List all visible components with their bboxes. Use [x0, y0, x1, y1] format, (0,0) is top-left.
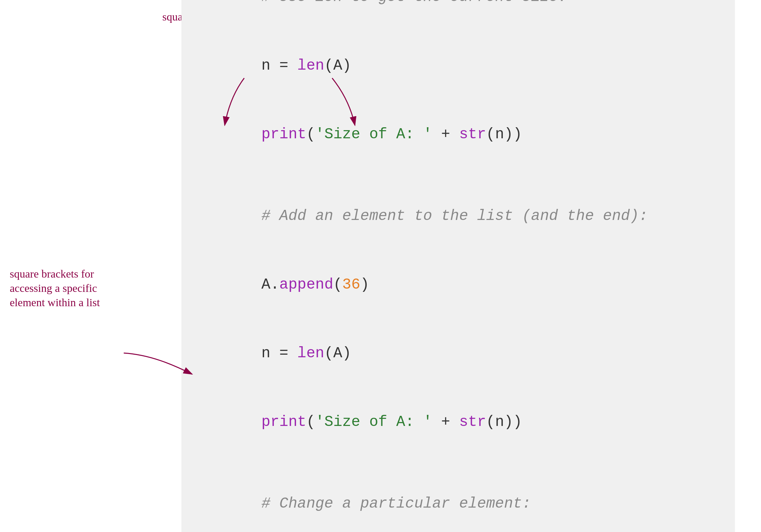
comment-3-text: # Change a particular element: [262, 495, 531, 512]
code-len-paren-2: (A) [324, 345, 351, 362]
annotation-left: square brackets for accessing a specific… [10, 267, 101, 310]
code-line-2: n = len(A) [207, 32, 709, 100]
code-str-1: str [459, 126, 486, 143]
spacer-3 [207, 457, 709, 470]
code-line-5: n = len(A) [207, 320, 709, 387]
code-append-method: append [279, 276, 333, 293]
code-comment-2: # Add an element to the list (and the en… [207, 183, 709, 250]
code-line-4: A.append(36) [207, 251, 709, 319]
code-n-assign: n = [262, 57, 297, 74]
code-str-2-paren: (n)) [486, 413, 522, 431]
code-append-close: ) [360, 276, 369, 293]
code-print-1: print [262, 126, 306, 143]
code-len-paren-1: (A) [324, 57, 351, 74]
code-plus-1: + [432, 126, 459, 143]
annotation-left-label: square brackets for accessing a specific… [10, 268, 100, 308]
code-len-1: len [297, 57, 324, 74]
code-panel: A = [1, 4, 9, 16, 25] # Use len to get t… [181, 0, 735, 532]
page-container: square brackets for defining a list with… [0, 0, 761, 532]
comment-2-text: # Add an element to the list (and the en… [262, 208, 648, 225]
code-str-1-paren: (n)) [486, 126, 522, 143]
code-print-2: print [262, 413, 306, 431]
code-append-paren: ( [333, 276, 343, 293]
code-print-1-paren: ( [306, 126, 316, 143]
code-print-2-paren: ( [306, 413, 316, 431]
code-comment-1: # Use len to get the current size: [207, 0, 709, 31]
code-a-append: A. [262, 276, 279, 293]
code-len-2: len [297, 345, 324, 362]
spacer-2 [207, 170, 709, 183]
code-plus-2: + [432, 413, 459, 431]
code-line-6: print('Size of A: ' + str(n)) [207, 389, 709, 456]
code-comment-3: # Change a particular element: [207, 470, 709, 532]
code-str-2: str [459, 413, 486, 431]
code-line-3: print('Size of A: ' + str(n)) [207, 101, 709, 168]
code-str-size: 'Size of A: ' [315, 126, 432, 143]
code-n-assign-2: n = [262, 345, 297, 362]
code-num-36: 36 [342, 276, 360, 293]
comment-1-text: # Use len to get the current size: [262, 0, 567, 6]
code-str-size-2: 'Size of A: ' [315, 413, 432, 431]
